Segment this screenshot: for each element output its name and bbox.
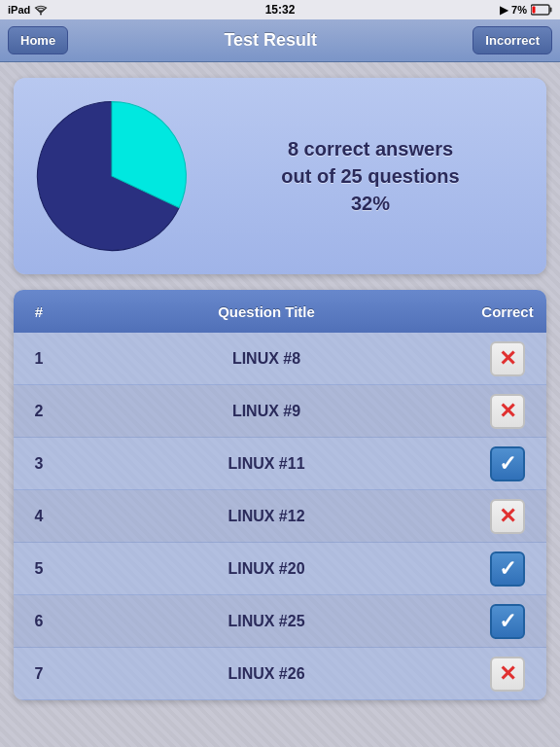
row-number: 1 <box>14 350 64 368</box>
row-title: LINUX #12 <box>64 508 469 525</box>
svg-rect-2 <box>550 8 552 13</box>
header-title: Question Title <box>64 303 469 320</box>
row-title: LINUX #9 <box>64 403 469 420</box>
wifi-icon <box>34 4 48 16</box>
home-button[interactable]: Home <box>8 26 68 54</box>
status-bar-left: iPad <box>8 4 48 16</box>
row-status: ✓ <box>469 604 546 639</box>
table-body: 1LINUX #8✕2LINUX #9✕3LINUX #11✓4LINUX #1… <box>14 333 546 700</box>
row-status: ✓ <box>469 446 546 481</box>
status-bar: iPad 15:32 ▶ 7% <box>0 0 560 19</box>
summary-card: 8 correct answers out of 25 questions 32… <box>14 78 546 274</box>
status-bar-time: 15:32 <box>265 3 296 17</box>
incorrect-icon: ✕ <box>490 499 525 534</box>
row-title: LINUX #20 <box>64 560 469 578</box>
status-bar-right: ▶ 7% <box>500 4 552 17</box>
incorrect-icon: ✕ <box>490 394 525 429</box>
row-status: ✕ <box>469 657 546 692</box>
row-number: 7 <box>14 665 64 683</box>
row-title: LINUX #26 <box>64 665 469 683</box>
row-title: LINUX #8 <box>64 350 469 368</box>
row-number: 3 <box>14 455 64 473</box>
carrier-label: iPad <box>8 4 30 16</box>
table-row[interactable]: 6LINUX #25✓ <box>14 595 546 648</box>
svg-rect-3 <box>533 7 536 14</box>
battery-icon <box>531 4 552 16</box>
svg-point-0 <box>40 14 42 16</box>
table-header: # Question Title Correct <box>14 290 546 333</box>
row-status: ✕ <box>469 341 546 376</box>
row-status: ✕ <box>469 394 546 429</box>
nav-title: Test Result <box>224 30 317 51</box>
summary-line1: 8 correct answers out of 25 questions 32… <box>210 135 531 217</box>
header-correct: Correct <box>469 303 546 320</box>
table-row[interactable]: 4LINUX #12✕ <box>14 490 546 543</box>
summary-text: 8 correct answers out of 25 questions 32… <box>210 135 531 217</box>
incorrect-icon: ✕ <box>490 657 525 692</box>
incorrect-button[interactable]: Incorrect <box>472 26 552 54</box>
results-table: # Question Title Correct 1LINUX #8✕2LINU… <box>14 290 546 700</box>
nav-bar: Home Test Result Incorrect <box>0 19 560 62</box>
table-row[interactable]: 7LINUX #26✕ <box>14 648 546 700</box>
battery-label: 7% <box>511 4 527 16</box>
row-number: 5 <box>14 560 64 578</box>
incorrect-icon: ✕ <box>490 341 525 376</box>
correct-icon: ✓ <box>490 551 525 587</box>
table-row[interactable]: 5LINUX #20✓ <box>14 543 546 595</box>
row-status: ✓ <box>469 551 546 587</box>
header-num: # <box>14 303 64 320</box>
correct-icon: ✓ <box>490 604 525 639</box>
table-row[interactable]: 1LINUX #8✕ <box>14 333 546 385</box>
correct-icon: ✓ <box>490 446 525 481</box>
row-number: 6 <box>14 613 64 630</box>
row-title: LINUX #25 <box>64 613 469 630</box>
row-number: 2 <box>14 403 64 420</box>
table-row[interactable]: 2LINUX #9✕ <box>14 385 546 438</box>
pie-chart <box>29 93 194 259</box>
pie-svg <box>29 93 194 259</box>
row-number: 4 <box>14 508 64 525</box>
row-title: LINUX #11 <box>64 455 469 473</box>
row-status: ✕ <box>469 499 546 534</box>
table-row[interactable]: 3LINUX #11✓ <box>14 438 546 490</box>
signal-icon: ▶ <box>500 4 508 17</box>
